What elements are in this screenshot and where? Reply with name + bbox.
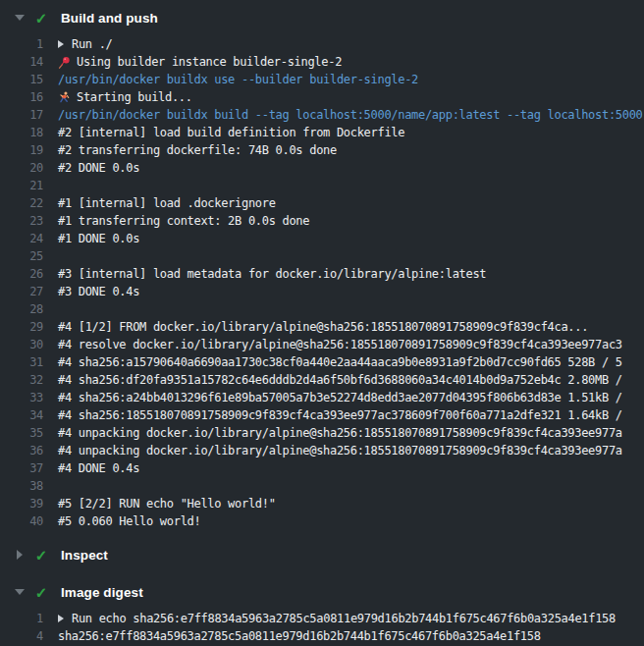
log-text: #3 [internal] load metadata for docker.i… [58, 265, 486, 283]
line-number[interactable]: 32 [0, 371, 43, 389]
log-text: #3 DONE 0.4s [58, 283, 139, 300]
line-number[interactable]: 16 [0, 88, 43, 106]
log-line: 36#4 unpacking docker.io/library/alpine@… [0, 442, 644, 459]
log-line: 16Starting build... [0, 88, 644, 106]
line-number[interactable]: 35 [0, 424, 43, 442]
line-number[interactable]: 17 [0, 106, 43, 124]
line-number[interactable]: 20 [0, 159, 43, 177]
log-line: 17/usr/bin/docker buildx build --tag loc… [0, 106, 644, 124]
log-text: /usr/bin/docker buildx build --tag local… [58, 106, 643, 124]
log-line: 39#5 [2/2] RUN echo "Hello world!" [0, 495, 644, 512]
line-number[interactable]: 37 [0, 459, 43, 477]
line-number[interactable]: 25 [0, 247, 43, 265]
log-text: #4 DONE 0.4s [58, 459, 139, 477]
log-line: 19#2 transferring dockerfile: 74B 0.0s d… [0, 141, 644, 159]
log-line: 21 [0, 177, 644, 194]
line-number[interactable]: 22 [0, 194, 43, 212]
log-text: #2 DONE 0.0s [58, 159, 139, 177]
log-line: 37#4 DONE 0.4s [0, 459, 644, 477]
chevron-right-icon[interactable] [14, 550, 25, 561]
log-line: 27#3 DONE 0.4s [0, 283, 644, 300]
log-text: #4 sha256:df20fa9351a15782c64e6dddb2d4a6… [58, 371, 622, 389]
section-header-image-digest[interactable]: ✓ Image digest [0, 577, 644, 607]
log-lines: 1Run ./14Using builder instance builder-… [0, 32, 644, 534]
log-text: #2 [internal] load build definition from… [58, 124, 404, 141]
log-text: Using builder instance builder-single-2 [58, 53, 342, 71]
line-number[interactable]: 31 [0, 353, 43, 371]
line-number[interactable]: 28 [0, 300, 43, 318]
line-number[interactable]: 21 [0, 177, 43, 194]
log-line: 1Run echo sha256:e7ff8834a5963a2785c5a08… [0, 610, 644, 627]
line-number[interactable]: 1 [0, 35, 43, 53]
chevron-down-icon[interactable] [14, 587, 25, 598]
line-number[interactable]: 26 [0, 265, 43, 283]
chevron-down-icon[interactable] [14, 13, 25, 24]
runner-icon [58, 91, 71, 104]
check-success-icon: ✓ [33, 585, 49, 600]
log-text: #4 sha256:a24bb4013296f61e89ba57005a7b3e… [58, 389, 622, 406]
line-number[interactable]: 1 [0, 610, 43, 627]
line-number[interactable]: 30 [0, 336, 43, 353]
log-text: #4 unpacking docker.io/library/alpine@sh… [58, 424, 622, 442]
line-number[interactable]: 24 [0, 230, 43, 247]
log-text: #5 0.060 Hello world! [58, 512, 200, 530]
log-lines: 1Run echo sha256:e7ff8834a5963a2785c5a08… [0, 607, 644, 646]
log-line: 22#1 [internal] load .dockerignore [0, 194, 644, 212]
log-line: 31#4 sha256:a15790640a6690aa1730c38cf0a4… [0, 353, 644, 371]
section-title: Image digest [61, 585, 143, 600]
log-text: #4 resolve docker.io/library/alpine@sha2… [58, 336, 622, 353]
line-number[interactable]: 19 [0, 141, 43, 159]
section-title: Build and push [61, 11, 158, 26]
log-text: #4 sha256:185518070891758909c9f839cf4ca3… [58, 406, 622, 424]
log-line: 32#4 sha256:df20fa9351a15782c64e6dddb2d4… [0, 371, 644, 389]
log-line: 38 [0, 477, 644, 495]
section-title: Inspect [61, 548, 108, 563]
log-line: 15/usr/bin/docker buildx use --builder b… [0, 71, 644, 88]
line-number[interactable]: 29 [0, 318, 43, 336]
pushpin-icon [58, 56, 71, 69]
log-line: 33#4 sha256:a24bb4013296f61e89ba57005a7b… [0, 389, 644, 406]
line-number[interactable]: 36 [0, 442, 43, 459]
section-header-inspect[interactable]: ✓ Inspect [0, 540, 644, 569]
line-number[interactable]: 38 [0, 477, 43, 495]
line-number[interactable]: 4 [0, 627, 43, 645]
workflow-log-viewer: ✓ Build and push 1Run ./14Using builder … [0, 0, 644, 646]
line-number[interactable]: 18 [0, 124, 43, 141]
line-number[interactable]: 23 [0, 212, 43, 230]
log-text: #1 DONE 0.0s [58, 230, 139, 247]
section-inspect: ✓ Inspect [0, 540, 644, 569]
log-text: sha256:e7ff8834a5963a2785c5a0811e979d16b… [58, 627, 541, 645]
expand-group-arrow-icon[interactable] [58, 40, 64, 48]
log-line: 20#2 DONE 0.0s [0, 159, 644, 177]
log-line: 1Run ./ [0, 35, 644, 53]
section-image-digest: ✓ Image digest 1Run echo sha256:e7ff8834… [0, 577, 644, 646]
line-number[interactable]: 34 [0, 406, 43, 424]
log-line: 23#1 transferring context: 2B 0.0s done [0, 212, 644, 230]
log-line: 29#4 [1/2] FROM docker.io/library/alpine… [0, 318, 644, 336]
log-group-header-text: Run echo sha256:e7ff8834a5963a2785c5a081… [58, 610, 616, 627]
log-text: #4 [1/2] FROM docker.io/library/alpine@s… [58, 318, 588, 336]
log-line: 24#1 DONE 0.0s [0, 230, 644, 247]
line-number[interactable]: 27 [0, 283, 43, 300]
line-number[interactable]: 15 [0, 71, 43, 88]
log-text: #1 transferring context: 2B 0.0s done [58, 212, 309, 230]
log-text: #4 sha256:a15790640a6690aa1730c38cf0a440… [58, 353, 622, 371]
line-number[interactable]: 33 [0, 389, 43, 406]
check-success-icon: ✓ [33, 11, 49, 26]
log-line: 4sha256:e7ff8834a5963a2785c5a0811e979d16… [0, 627, 644, 645]
section-build-and-push: ✓ Build and push 1Run ./14Using builder … [0, 0, 644, 534]
log-group-header-text: Run ./ [58, 35, 113, 53]
log-text: #2 transferring dockerfile: 74B 0.0s don… [58, 141, 337, 159]
log-line: 35#4 unpacking docker.io/library/alpine@… [0, 424, 644, 442]
section-header-build-and-push[interactable]: ✓ Build and push [0, 3, 644, 32]
check-success-icon: ✓ [33, 548, 49, 563]
expand-group-arrow-icon[interactable] [58, 615, 64, 622]
log-text: Starting build... [58, 88, 192, 106]
line-number[interactable]: 39 [0, 495, 43, 512]
log-line: 25 [0, 247, 644, 265]
log-line: 14Using builder instance builder-single-… [0, 53, 644, 71]
log-text: #1 [internal] load .dockerignore [58, 194, 276, 212]
line-number[interactable]: 40 [0, 512, 43, 530]
line-number[interactable]: 14 [0, 53, 43, 71]
log-text: #4 unpacking docker.io/library/alpine@sh… [58, 442, 622, 459]
